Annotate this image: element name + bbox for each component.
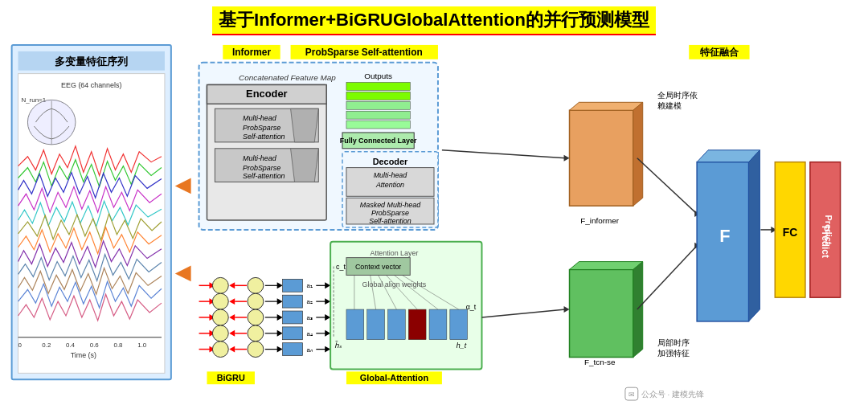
svg-text:ProbSparse: ProbSparse bbox=[243, 164, 280, 172]
svg-text:赖建模: 赖建模 bbox=[657, 101, 682, 110]
svg-marker-89 bbox=[277, 298, 283, 305]
svg-rect-97 bbox=[283, 295, 303, 308]
svg-text:F_tcn-se: F_tcn-se bbox=[584, 358, 616, 366]
svg-rect-133 bbox=[450, 309, 468, 340]
svg-text:a₂: a₂ bbox=[306, 298, 312, 305]
svg-text:a₁: a₁ bbox=[306, 282, 312, 289]
svg-text:F: F bbox=[719, 226, 730, 246]
svg-rect-144 bbox=[570, 110, 633, 206]
svg-text:Attention: Attention bbox=[375, 181, 404, 189]
svg-text:Predict: Predict bbox=[824, 215, 833, 244]
svg-text:特征融合: 特征融合 bbox=[699, 47, 739, 58]
svg-rect-98 bbox=[283, 311, 303, 324]
svg-marker-95 bbox=[277, 346, 283, 353]
svg-text:ProbSparse Self-attention: ProbSparse Self-attention bbox=[305, 47, 423, 58]
svg-marker-146 bbox=[633, 102, 643, 206]
diagram-svg: 多变量特征序列 EEG (64 channels) N_run=1 bbox=[0, 39, 868, 405]
svg-text:0.8: 0.8 bbox=[113, 342, 123, 349]
svg-marker-115 bbox=[325, 346, 330, 353]
svg-text:Multi-head: Multi-head bbox=[243, 154, 277, 162]
svg-text:Self-attention: Self-attention bbox=[369, 217, 411, 225]
svg-text:Context vector: Context vector bbox=[355, 263, 401, 271]
svg-text:0.2: 0.2 bbox=[42, 342, 51, 349]
svg-text:h̄ₛ: h̄ₛ bbox=[334, 341, 342, 350]
svg-point-82 bbox=[248, 293, 264, 309]
svg-text:公众号 · 建模先锋: 公众号 · 建模先锋 bbox=[641, 390, 704, 399]
svg-text:a₄: a₄ bbox=[306, 330, 312, 338]
svg-marker-109 bbox=[325, 298, 330, 305]
svg-text:0.4: 0.4 bbox=[66, 342, 76, 349]
svg-text:Multi-head: Multi-head bbox=[243, 114, 277, 122]
svg-marker-80 bbox=[229, 346, 235, 353]
svg-marker-76 bbox=[229, 314, 235, 321]
svg-marker-151 bbox=[570, 262, 643, 270]
svg-line-148 bbox=[442, 150, 566, 158]
svg-text:Attention Layer: Attention Layer bbox=[370, 249, 418, 257]
svg-rect-129 bbox=[367, 309, 385, 340]
svg-rect-130 bbox=[388, 309, 406, 340]
svg-marker-16 bbox=[175, 178, 191, 194]
svg-point-68 bbox=[212, 309, 228, 325]
svg-text:全局时序依: 全局时序依 bbox=[657, 91, 698, 100]
svg-rect-96 bbox=[283, 279, 303, 292]
svg-point-66 bbox=[212, 277, 228, 293]
svg-rect-39 bbox=[346, 92, 410, 100]
svg-text:h_t: h_t bbox=[457, 342, 467, 350]
page-title: 基于Informer+BiGRUGlobalAttention的并行预测模型 bbox=[212, 6, 656, 35]
svg-text:aₙ: aₙ bbox=[306, 346, 312, 354]
svg-rect-100 bbox=[283, 343, 303, 356]
svg-rect-38 bbox=[346, 83, 410, 91]
svg-text:Fully Connected Layer: Fully Connected Layer bbox=[340, 137, 417, 145]
svg-marker-93 bbox=[277, 330, 283, 337]
svg-line-158 bbox=[637, 158, 697, 214]
svg-marker-31 bbox=[291, 108, 319, 142]
svg-marker-72 bbox=[229, 282, 235, 288]
svg-marker-36 bbox=[291, 149, 319, 182]
svg-rect-128 bbox=[346, 309, 364, 340]
svg-text:Decoder: Decoder bbox=[373, 157, 408, 166]
svg-text:Informer: Informer bbox=[232, 47, 272, 58]
svg-point-69 bbox=[212, 325, 228, 342]
svg-rect-150 bbox=[570, 269, 633, 357]
svg-text:Self-attention: Self-attention bbox=[243, 133, 285, 141]
svg-rect-42 bbox=[346, 121, 410, 129]
svg-text:加强特征: 加强特征 bbox=[657, 349, 690, 358]
svg-point-85 bbox=[248, 342, 264, 358]
svg-marker-107 bbox=[325, 282, 330, 288]
svg-marker-145 bbox=[570, 102, 643, 110]
svg-rect-132 bbox=[429, 309, 447, 340]
svg-marker-87 bbox=[277, 282, 283, 288]
svg-text:c_t: c_t bbox=[336, 263, 346, 271]
svg-text:Self-attention: Self-attention bbox=[243, 172, 285, 180]
svg-rect-40 bbox=[346, 101, 410, 109]
svg-text:F_informer: F_informer bbox=[580, 216, 620, 225]
svg-marker-78 bbox=[229, 330, 235, 337]
svg-text:ProbSparse: ProbSparse bbox=[243, 124, 280, 132]
svg-text:Encoder: Encoder bbox=[246, 88, 288, 100]
svg-marker-157 bbox=[564, 306, 570, 313]
svg-rect-99 bbox=[283, 327, 303, 340]
svg-text:Time (s): Time (s) bbox=[71, 351, 96, 359]
svg-line-159 bbox=[637, 246, 697, 309]
title-bar: 基于Informer+BiGRUGlobalAttention的并行预测模型 bbox=[0, 0, 868, 39]
svg-text:FC: FC bbox=[783, 226, 797, 239]
svg-marker-149 bbox=[564, 155, 570, 162]
svg-rect-41 bbox=[346, 111, 410, 119]
svg-text:EEG (64 channels): EEG (64 channels) bbox=[61, 81, 121, 89]
svg-marker-74 bbox=[229, 298, 235, 305]
svg-text:0.6: 0.6 bbox=[90, 342, 100, 349]
main-container: 基于Informer+BiGRUGlobalAttention的并行预测模型 多… bbox=[0, 0, 868, 405]
svg-text:Concatenated Feature Map: Concatenated Feature Map bbox=[239, 73, 336, 82]
svg-point-84 bbox=[248, 325, 264, 342]
svg-text:0: 0 bbox=[18, 342, 23, 349]
svg-text:Global-Attention: Global-Attention bbox=[360, 373, 428, 382]
svg-marker-113 bbox=[325, 330, 330, 337]
svg-point-67 bbox=[212, 293, 228, 309]
svg-text:多变量特征序列: 多变量特征序列 bbox=[55, 55, 128, 68]
svg-text:Masked Multi-head: Masked Multi-head bbox=[360, 201, 421, 209]
svg-point-81 bbox=[248, 277, 264, 293]
svg-point-83 bbox=[248, 309, 264, 325]
svg-text:ProbSparse: ProbSparse bbox=[371, 209, 409, 217]
svg-marker-91 bbox=[277, 314, 283, 321]
svg-point-70 bbox=[212, 342, 228, 358]
